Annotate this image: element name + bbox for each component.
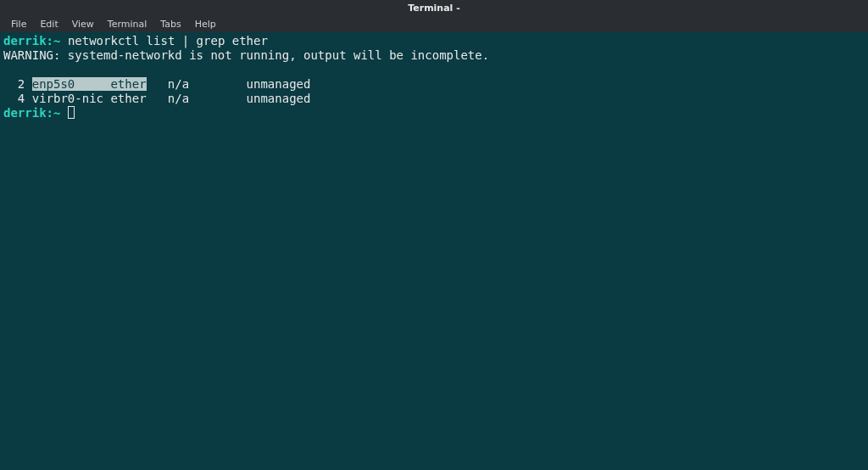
- command-text: networkctl list | grep ether: [68, 34, 268, 48]
- menu-edit[interactable]: Edit: [34, 17, 64, 31]
- command-text: [60, 34, 67, 48]
- highlighted-selection: enp5s0 ether: [32, 77, 147, 91]
- row-text: virbr0-nic ether n/a unmanaged: [32, 92, 311, 105]
- prompt: derrik:~: [3, 106, 60, 120]
- menubar: File Edit View Terminal Tabs Help: [0, 16, 868, 32]
- menu-help[interactable]: Help: [189, 17, 222, 31]
- blank-line: [3, 63, 865, 77]
- menu-view[interactable]: View: [66, 17, 100, 31]
- warning-line: WARNING: systemd-networkd is not running…: [3, 48, 865, 63]
- prompt: derrik:~: [3, 34, 60, 48]
- menu-tabs[interactable]: Tabs: [154, 17, 186, 31]
- menu-terminal[interactable]: Terminal: [102, 17, 153, 31]
- row-rest: n/a unmanaged: [147, 77, 311, 91]
- titlebar: Terminal -: [0, 0, 868, 16]
- cursor: [68, 106, 75, 119]
- row-index: 4: [3, 92, 32, 105]
- menu-file[interactable]: File: [5, 17, 32, 31]
- row-index: 2: [3, 77, 32, 91]
- window-title: Terminal -: [408, 3, 460, 14]
- terminal-area[interactable]: derrik:~ networkctl list | grep etherWAR…: [0, 32, 868, 122]
